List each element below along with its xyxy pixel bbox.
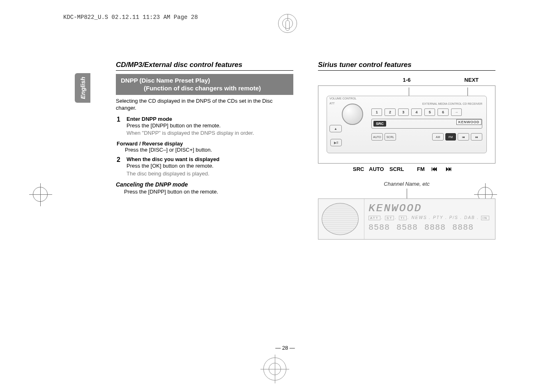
fm-button: FM [445,133,456,141]
number-button: 1 [371,108,382,116]
forward-reverse: Forward / Reverse display Press the [DIS… [117,141,293,153]
volume-knob [342,104,363,125]
number-button: 6 [438,108,448,116]
lead-text: Selecting the CD displayed in the DNPS o… [116,97,293,112]
number-button-row: 1 2 3 4 5 6 → [371,108,462,116]
rewind-button: ⏮ [458,133,469,141]
seg-num: 8588 [396,223,418,232]
ind-st: ST [385,216,394,220]
seg-num: 8888 [452,223,474,232]
number-button: 2 [385,108,395,116]
connector-line [407,189,407,198]
label-1-6: 1-6 [403,77,411,83]
segment-numbers: 8588 8588 8888 8888 [368,223,491,232]
kenwood-logo: KENWOOD [456,119,482,125]
registration-mark [33,187,48,202]
step-note: The disc being displayed is played. [127,170,293,178]
label-forward: ⏭ [446,165,452,172]
att-label: ATT [329,102,335,105]
seg-num: 8888 [424,223,446,232]
next-button: → [451,108,462,116]
label-src: SRC [353,166,364,172]
ind-att: ATT [368,216,380,220]
step-2: 2 When the disc you want is displayed Pr… [117,156,293,178]
step-text: Press the [DNPP] button on the remote. [127,122,293,130]
number-button: 5 [424,108,435,116]
step-1: 1 Enter DNPP mode Press the [DNPP] butto… [117,116,293,138]
cancel-heading: Canceling the DNPP mode [116,181,293,188]
ind-rest: NEWS . PTY . P/S . DAB . [412,215,479,220]
label-next: NEXT [464,77,479,83]
play-pause-button: ▶ⅠⅠ [330,139,342,146]
left-column: CD/MP3/External disc control features DN… [116,61,293,240]
ind-ti: TI [399,216,407,220]
banner-main: DNPP (Disc Name Preset Play) [121,77,210,84]
segment-indicators: ATT. ST. TI. NEWS . PTY . P/S . DAB . IN [368,215,491,220]
readout-label: Channel Name, etc [318,181,495,187]
ext-label: EXTERNAL MEDIA CONTROL CD RECEIVER [422,102,482,105]
step-number: 2 [117,156,122,178]
step-title: When the disc you want is displayed [127,156,293,162]
auto-button: AUTO [371,133,383,141]
section-title-right: Sirius tuner control features [318,61,495,71]
crop-mark-bottom [263,357,286,380]
step-number: 1 [117,116,122,138]
number-button: 3 [398,108,409,116]
connector-line [467,88,468,96]
forward-button: ⏭ [471,133,482,141]
page-number: — 28 — [275,345,295,351]
lower-button-row: AUTO SCRL AM FM ⏮ ⏭ [371,133,482,141]
label-auto: AUTO [369,166,384,172]
fwd-text: Press the [DISC–] or [DISC+] button. [125,147,293,153]
cancel-body: Press the [DNPP] button on the remote. [124,189,293,195]
readout-display: KENWOOD ATT. ST. TI. NEWS . PTY . P/S . … [318,198,495,240]
label-fm: FM [417,166,425,172]
eject-button [329,125,342,132]
volume-label: VOLUME CONTROL [329,97,357,100]
fwd-label: Forward / Reverse display [117,141,293,147]
number-button: 4 [411,108,422,116]
seg-num: 8588 [368,223,390,232]
print-header: KDC-MP822_U.S 02.12.11 11:23 AM Page 28 [63,14,198,21]
right-column: Sirius tuner control features 1-6 NEXT S… [318,61,495,240]
step-title: Enter DNPP mode [127,116,293,122]
am-button: AM [432,133,444,141]
banner-sub: (Function of disc changers with remote) [121,85,288,92]
segment-main: KENWOOD [368,202,491,214]
ind-in: IN [481,216,489,220]
label-rewind: ⏮ [431,165,438,172]
section-title-left: CD/MP3/External disc control features [116,61,293,71]
label-scrl: SCRL [389,166,404,172]
step-text: Press the [OK] button on the remote. [127,162,293,170]
crop-mark-top [273,14,302,43]
globe-icon [322,203,359,235]
dnpp-banner: DNPP (Disc Name Preset Play) (Function o… [116,74,293,95]
src-button: SRC [373,121,386,127]
step-note: When "DNPP" is displayed the DNPS displa… [127,129,293,137]
readout-globe [318,199,364,239]
faceplate: VOLUME CONTROL ATT ▶ⅠⅠ 1 2 3 4 5 6 → EXT… [327,96,487,153]
side-language-tab: English [75,73,90,103]
scrl-button: SCRL [385,133,396,141]
faceplate-diagram: 1-6 NEXT SRC AUTO SCRL FM ⏮ ⏭ VOLUME CON… [318,85,495,164]
